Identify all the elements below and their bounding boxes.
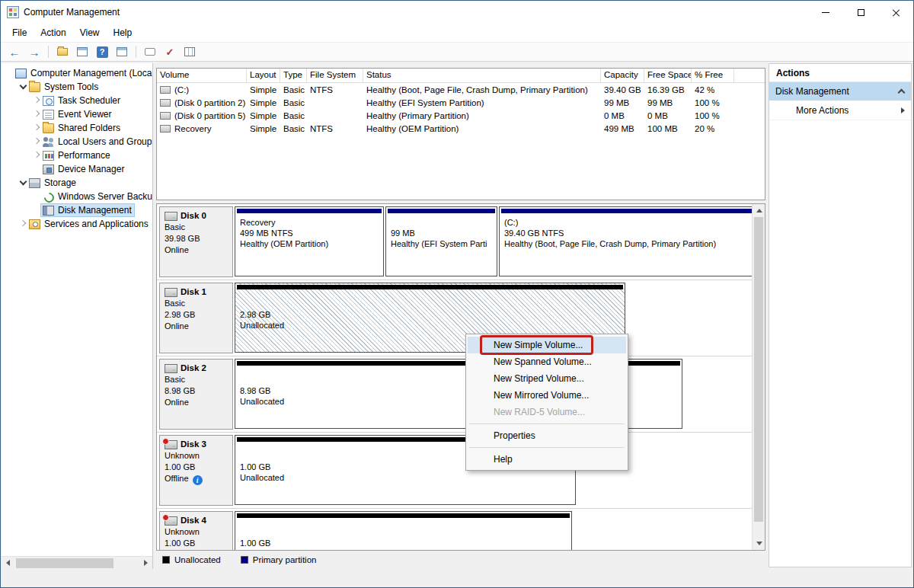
volume-row-recovery[interactable]: Recovery Simple Basic NTFS Healthy (OEM …: [157, 122, 765, 135]
info-icon[interactable]: [193, 475, 203, 485]
volume-free-space: 0 MB: [644, 111, 692, 120]
tree-item-local-users-and-groups[interactable]: Local Users and Groups: [2, 135, 152, 149]
tree-item-services-and-applications[interactable]: Services and Applications: [2, 217, 152, 231]
column-header-layout[interactable]: Layout: [247, 69, 280, 82]
chevron-down-icon[interactable]: [18, 178, 27, 187]
more-actions[interactable]: More Actions: [769, 101, 911, 120]
legend-item-unallocated: Unallocated: [162, 555, 221, 564]
menu-item-properties[interactable]: Properties: [468, 427, 626, 444]
chevron-right-icon[interactable]: [32, 96, 41, 105]
show-console-tree-icon[interactable]: [73, 43, 91, 60]
partition-status: Healthy (OEM Partition): [240, 238, 379, 249]
disk-1-label[interactable]: Disk 1 Basic 2.98 GB Online: [159, 283, 233, 353]
partition-efi[interactable]: 99 MB Healthy (EFI System Parti: [385, 206, 497, 276]
legend-label: Unallocated: [174, 555, 221, 564]
menu-item-new-mirrored-volume[interactable]: New Mirrored Volume...: [468, 387, 626, 404]
menu-item-help[interactable]: Help: [468, 451, 626, 468]
disk-view-vertical-scrollbar[interactable]: [752, 204, 765, 550]
minimize-button[interactable]: [808, 1, 843, 24]
scrollbar-thumb[interactable]: [754, 217, 763, 522]
menu-item-new-spanned-volume[interactable]: New Spanned Volume...: [468, 353, 626, 370]
column-header-file-system[interactable]: File System: [307, 69, 363, 82]
disk-0-label[interactable]: Disk 0 Basic 39.98 GB Online: [159, 206, 233, 277]
actions-section-disk-management[interactable]: Disk Management: [769, 82, 911, 101]
volume-free-space: 99 MB: [644, 98, 692, 107]
chevron-down-icon[interactable]: [18, 82, 27, 91]
menu-item-new-simple-volume[interactable]: New Simple Volume...: [468, 337, 626, 353]
column-header-capacity[interactable]: Capacity: [601, 69, 644, 82]
tree-item-device-manager[interactable]: Device Manager: [2, 162, 152, 176]
tree-item-system-tools[interactable]: System Tools: [2, 80, 152, 94]
tree-item-task-scheduler[interactable]: Task Scheduler: [2, 94, 152, 107]
volume-layout: Simple: [247, 85, 280, 94]
disk-3-label[interactable]: Disk 3 Unknown 1.00 GB Offline: [159, 435, 233, 506]
back-icon[interactable]: [5, 43, 24, 60]
volume-type: Basic: [280, 124, 307, 133]
menu-item-new-striped-volume[interactable]: New Striped Volume...: [468, 370, 626, 387]
unallocated-region[interactable]: 1.00 GB Unallocated: [235, 511, 572, 550]
disk-size: 1.00 GB: [165, 462, 229, 473]
volume-icon: [160, 125, 171, 133]
disk-error-icon: [165, 440, 177, 449]
menu-action[interactable]: Action: [34, 25, 72, 40]
tree-item-label: Shared Folders: [58, 123, 120, 133]
tree-item-disk-management[interactable]: Disk Management: [2, 203, 152, 217]
partition-recovery[interactable]: Recovery 499 MB NTFS Healthy (OEM Partit…: [235, 206, 384, 276]
volume-pct-free: 100 %: [692, 111, 734, 120]
unallocated-bar: [237, 285, 623, 289]
volume-name: (C:): [174, 85, 189, 94]
tree-item-event-viewer[interactable]: Event Viewer: [2, 107, 152, 121]
maximize-button[interactable]: [843, 1, 878, 24]
scroll-right-icon[interactable]: [139, 557, 152, 570]
volume-row-partition-2[interactable]: (Disk 0 partition 2) Simple Basic Health…: [157, 96, 765, 109]
chevron-right-icon[interactable]: [32, 123, 41, 133]
action-pane-icon[interactable]: [141, 43, 159, 60]
column-header-free-space[interactable]: Free Space: [644, 69, 692, 82]
column-header-pct-free[interactable]: % Free: [692, 69, 734, 82]
refresh-check-icon[interactable]: [161, 43, 179, 60]
menu-view[interactable]: View: [73, 25, 107, 40]
console-tree-panel: Computer Management (Local System Tools …: [2, 63, 153, 569]
menu-help[interactable]: Help: [107, 25, 139, 40]
tree-item-label: Task Scheduler: [58, 95, 120, 106]
chevron-right-icon[interactable]: [32, 151, 41, 160]
volume-row-partition-5[interactable]: (Disk 0 partition 5) Simple Basic Health…: [157, 109, 765, 122]
tree-item-windows-server-backup[interactable]: Windows Server Backup: [2, 190, 152, 203]
tree-item-shared-folders[interactable]: Shared Folders: [2, 121, 152, 135]
volume-row-c[interactable]: (C:) Simple Basic NTFS Healthy (Boot, Pa…: [157, 83, 765, 96]
forward-icon[interactable]: [25, 43, 43, 60]
scroll-down-icon[interactable]: [753, 537, 765, 550]
column-header-volume[interactable]: Volume: [157, 69, 247, 82]
scroll-up-icon[interactable]: [753, 204, 765, 217]
menu-file[interactable]: File: [5, 25, 34, 40]
submenu-arrow-icon: [901, 107, 905, 113]
collapse-chevron-up-icon[interactable]: [897, 88, 905, 95]
tree-item-performance[interactable]: Performance: [2, 149, 152, 162]
console-window-icon[interactable]: [113, 43, 131, 60]
disk-size: 8.98 GB: [165, 385, 229, 397]
partition-status: Unallocated: [240, 472, 570, 483]
column-header-type[interactable]: Type: [280, 69, 307, 82]
chevron-right-icon[interactable]: [32, 110, 41, 119]
volume-pct-free: 42 %: [692, 85, 734, 94]
disk-type: Basic: [165, 374, 229, 385]
disk-status: Online: [165, 397, 229, 408]
help-icon[interactable]: ?: [93, 43, 111, 60]
disk-2-label[interactable]: Disk 2 Basic 8.98 GB Online: [159, 359, 233, 430]
actions-panel: Actions Disk Management More Actions: [769, 63, 912, 567]
close-button[interactable]: [878, 1, 913, 24]
chevron-right-icon[interactable]: [18, 219, 27, 228]
tree-item-storage[interactable]: Storage: [2, 176, 152, 190]
columns-view-icon[interactable]: [181, 43, 199, 60]
disk-4-label[interactable]: Disk 4 Unknown 1.00 GB: [159, 511, 233, 550]
partition-c-drive[interactable]: (C:) 39.40 GB NTFS Healthy (Boot, Page F…: [499, 206, 752, 276]
scrollbar-thumb[interactable]: [16, 558, 113, 568]
up-level-icon[interactable]: [53, 43, 72, 60]
actions-panel-title: Actions: [769, 64, 911, 82]
chevron-right-icon[interactable]: [32, 137, 41, 146]
tree-horizontal-scrollbar[interactable]: [2, 556, 152, 569]
disk-name: Disk 4: [181, 515, 206, 526]
column-header-status[interactable]: Status: [363, 69, 601, 82]
tree-item-computer-management[interactable]: Computer Management (Local: [2, 66, 152, 80]
scroll-left-icon[interactable]: [2, 557, 14, 570]
